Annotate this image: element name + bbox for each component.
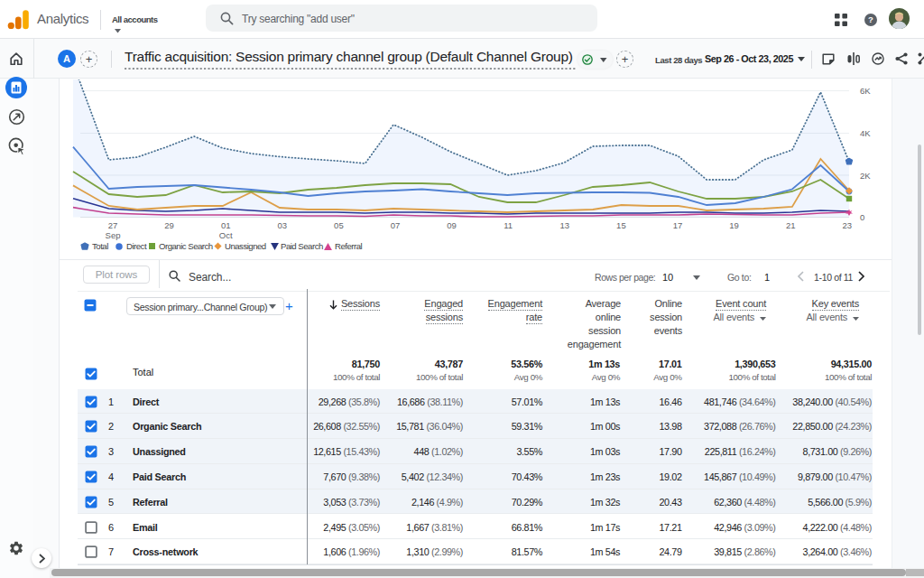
svg-text:03: 03 [278,220,288,230]
svg-text:19: 19 [729,220,739,230]
svg-text:0: 0 [860,212,864,222]
svg-text:05: 05 [334,220,344,230]
svg-text:2K: 2K [860,171,871,181]
svg-text:27: 27 [108,220,118,230]
svg-text:09: 09 [447,220,457,230]
svg-text:29: 29 [164,220,174,230]
svg-text:6K: 6K [860,86,871,96]
svg-text:15: 15 [616,220,626,230]
svg-text:07: 07 [391,220,401,230]
svg-text:17: 17 [673,220,683,230]
svg-text:23: 23 [843,220,853,230]
svg-text:4K: 4K [860,128,871,138]
svg-text:11: 11 [504,220,513,230]
svg-text:01: 01 [221,220,231,230]
svg-text:21: 21 [786,220,796,230]
svg-text:13: 13 [560,220,570,230]
